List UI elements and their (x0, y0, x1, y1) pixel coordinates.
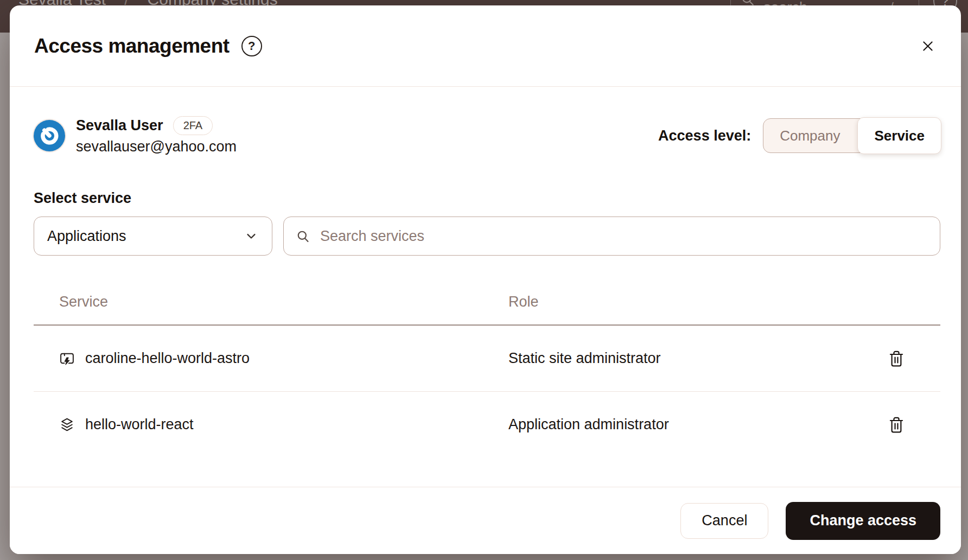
column-header-service: Service (59, 294, 108, 310)
role-name: Static site administrator (508, 350, 661, 367)
twofa-badge: 2FA (173, 116, 213, 135)
services-table: Service Role caroline-hello-world-astro (34, 294, 940, 457)
table-header-row: Service Role (34, 294, 940, 324)
change-access-button[interactable]: Change access (786, 502, 940, 540)
table-row: caroline-hello-world-astro Static site a… (34, 326, 940, 391)
modal-header: Access management ? (10, 5, 961, 87)
access-option-service[interactable]: Service (857, 117, 941, 154)
user-name: Sevalla User (76, 117, 163, 134)
modal-footer: Cancel Change access (10, 487, 961, 554)
user-avatar (34, 120, 65, 151)
dropdown-value: Applications (47, 228, 126, 245)
delete-button[interactable] (885, 413, 908, 437)
user-email: sevallauser@yahoo.com (76, 138, 237, 155)
delete-button[interactable] (885, 347, 908, 371)
service-search-input[interactable] (319, 227, 928, 245)
access-management-modal: Access management ? (10, 5, 961, 554)
sevalla-logo-icon (34, 120, 65, 151)
column-header-role: Role (508, 294, 539, 310)
search-icon (296, 229, 310, 244)
close-icon (921, 39, 935, 53)
table-row: hello-world-react Application administra… (34, 391, 940, 457)
close-button[interactable] (916, 35, 939, 58)
service-type-dropdown[interactable]: Applications (34, 217, 272, 256)
role-name: Application administrator (508, 416, 669, 433)
access-option-company[interactable]: Company (763, 119, 856, 152)
access-level-toggle: Company Service (763, 118, 940, 153)
trash-icon (888, 416, 905, 434)
modal-body: Sevalla User 2FA sevallauser@yahoo.com A… (10, 87, 961, 487)
help-icon[interactable]: ? (241, 36, 262, 56)
trash-icon (888, 350, 905, 367)
user-row: Sevalla User 2FA sevallauser@yahoo.com A… (34, 116, 940, 155)
chevron-down-icon (244, 228, 259, 244)
access-level-label: Access level: (658, 128, 751, 144)
page-title: Access management (34, 35, 230, 58)
layers-icon (59, 417, 75, 432)
service-controls-row: Applications (34, 217, 940, 256)
cancel-button[interactable]: Cancel (680, 503, 768, 539)
static-site-icon (59, 351, 75, 366)
service-name: hello-world-react (85, 416, 194, 433)
select-service-label: Select service (34, 190, 940, 207)
service-name: caroline-hello-world-astro (85, 350, 250, 367)
service-search-field (283, 217, 940, 256)
